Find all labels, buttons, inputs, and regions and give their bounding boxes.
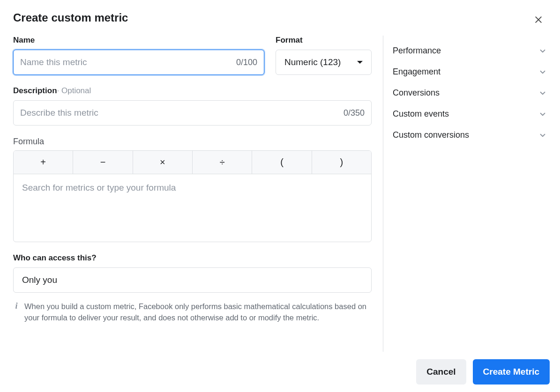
chevron-down-icon <box>538 110 547 118</box>
description-optional-suffix: · Optional <box>57 86 91 96</box>
operator-minus-button[interactable]: − <box>73 151 133 174</box>
operator-row: + − × ÷ ( ) <box>14 151 371 174</box>
create-custom-metric-modal: Create custom metric Name 0/100 <box>0 0 560 392</box>
form-left-column: Name 0/100 Format Numeric (123) <box>13 36 372 352</box>
category-label: Conversions <box>393 88 440 98</box>
caret-down-icon <box>357 61 363 64</box>
close-button[interactable] <box>530 12 547 29</box>
description-char-counter: 0/350 <box>339 108 365 118</box>
operator-plus-button[interactable]: + <box>14 151 73 174</box>
access-selected-value: Only you <box>22 275 57 285</box>
description-label: Description <box>13 86 57 96</box>
chevron-down-icon <box>538 131 547 140</box>
category-custom-conversions[interactable]: Custom conversions <box>393 125 547 146</box>
category-custom-events[interactable]: Custom events <box>393 104 547 125</box>
metric-categories-sidebar: Performance Engagement Conversions <box>383 36 547 352</box>
category-label: Engagement <box>393 67 441 77</box>
format-field-group: Format Numeric (123) <box>276 36 372 75</box>
access-select[interactable]: Only you <box>13 267 372 293</box>
modal-body: Name 0/100 Format Numeric (123) <box>0 29 560 352</box>
name-input-wrap[interactable]: 0/100 <box>13 50 264 75</box>
chevron-down-icon <box>538 68 547 76</box>
formula-box: + − × ÷ ( ) <box>13 150 372 242</box>
description-input-wrap[interactable]: 0/350 <box>13 100 372 126</box>
category-label: Performance <box>393 46 441 56</box>
name-label: Name <box>13 36 264 45</box>
format-selected-value: Numeric (123) <box>284 57 341 67</box>
category-label: Custom conversions <box>393 130 469 140</box>
access-label: Who can access this? <box>13 253 372 263</box>
description-input[interactable] <box>20 108 339 118</box>
formula-field-group: Formula + − × ÷ ( ) <box>13 137 372 242</box>
category-performance[interactable]: Performance <box>393 40 547 61</box>
cancel-button[interactable]: Cancel <box>416 359 466 385</box>
format-select[interactable]: Numeric (123) <box>276 50 372 75</box>
operator-multiply-button[interactable]: × <box>133 151 193 174</box>
modal-footer: Cancel Create Metric <box>0 352 560 392</box>
close-icon <box>534 15 543 26</box>
name-field-group: Name 0/100 <box>13 36 264 75</box>
description-field-group: Description · Optional 0/350 <box>13 86 372 126</box>
category-engagement[interactable]: Engagement <box>393 61 547 82</box>
category-list: Performance Engagement Conversions <box>393 36 547 146</box>
format-label: Format <box>276 36 372 45</box>
modal-title: Create custom metric <box>13 10 128 24</box>
create-metric-button[interactable]: Create Metric <box>473 359 550 385</box>
info-text: When you build a custom metric, Facebook… <box>24 301 372 324</box>
name-char-counter: 0/100 <box>231 58 257 67</box>
chevron-down-icon <box>538 47 547 55</box>
category-label: Custom events <box>393 109 449 119</box>
operator-open-paren-button[interactable]: ( <box>252 151 312 174</box>
formula-label: Formula <box>13 137 372 147</box>
chevron-down-icon <box>538 89 547 97</box>
info-message: i When you build a custom metric, Facebo… <box>13 301 372 324</box>
formula-input[interactable] <box>14 174 371 240</box>
operator-close-paren-button[interactable]: ) <box>312 151 371 174</box>
modal-header: Create custom metric <box>0 0 560 29</box>
name-input[interactable] <box>20 57 231 67</box>
category-conversions[interactable]: Conversions <box>393 82 547 104</box>
info-icon: i <box>13 301 20 324</box>
operator-divide-button[interactable]: ÷ <box>193 151 252 174</box>
access-field-group: Who can access this? Only you <box>13 253 372 293</box>
